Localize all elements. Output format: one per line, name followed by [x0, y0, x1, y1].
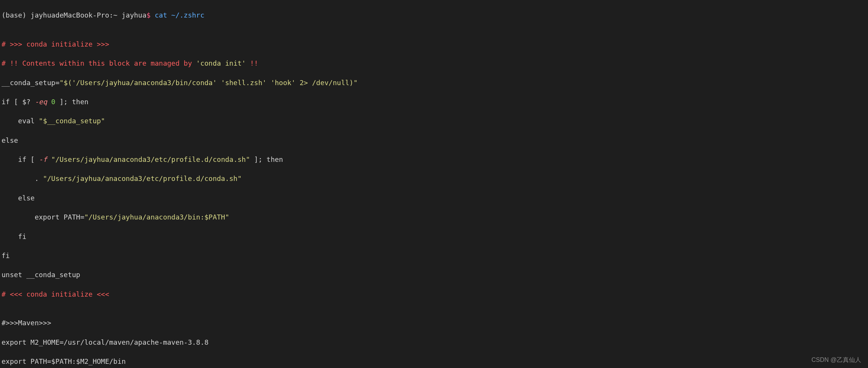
command-cat: cat ~/.zshrc	[151, 11, 204, 19]
terminal-output[interactable]: (base) jayhuadeMacBook-Pro:~ jayhua$ cat…	[0, 0, 868, 368]
export-m2-home: export M2_HOME=/usr/local/maven/apache-m…	[2, 337, 866, 347]
if-exit-code: if [ $? -eq 0 ]; then	[2, 97, 866, 107]
if-file-check: if [ -f "/Users/jayhua/anaconda3/etc/pro…	[2, 155, 866, 164]
prompt-dollar: $	[146, 11, 151, 19]
export-path-maven: export PATH=$PATH:$M2_HOME/bin	[2, 357, 866, 366]
export-path-conda: export PATH="/Users/jayhua/anaconda3/bin…	[2, 212, 866, 222]
unset-line: unset __conda_setup	[2, 270, 866, 279]
comment-conda-end: # <<< conda initialize <<<	[2, 289, 866, 299]
fi-inner: fi	[2, 232, 866, 241]
watermark: CSDN @乙真仙人	[811, 356, 861, 364]
comment-managed: # !! Contents within this block are mana…	[2, 58, 866, 68]
eval-line: eval "$__conda_setup"	[2, 116, 866, 126]
prompt-line-1: (base) jayhuadeMacBook-Pro:~ jayhua$ cat…	[2, 10, 866, 20]
maven-start-comment: #>>>Maven>>>	[2, 318, 866, 328]
else-1: else	[2, 136, 866, 145]
else-2: else	[2, 193, 866, 203]
fi-outer: fi	[2, 251, 866, 260]
conda-setup-assign: __conda_setup="$('/Users/jayhua/anaconda…	[2, 78, 866, 87]
source-conda-sh: . "/Users/jayhua/anaconda3/etc/profile.d…	[2, 174, 866, 183]
comment-conda-start: # >>> conda initialize >>>	[2, 39, 866, 49]
prompt-host: (base) jayhuadeMacBook-Pro:~ jayhua	[2, 11, 146, 19]
